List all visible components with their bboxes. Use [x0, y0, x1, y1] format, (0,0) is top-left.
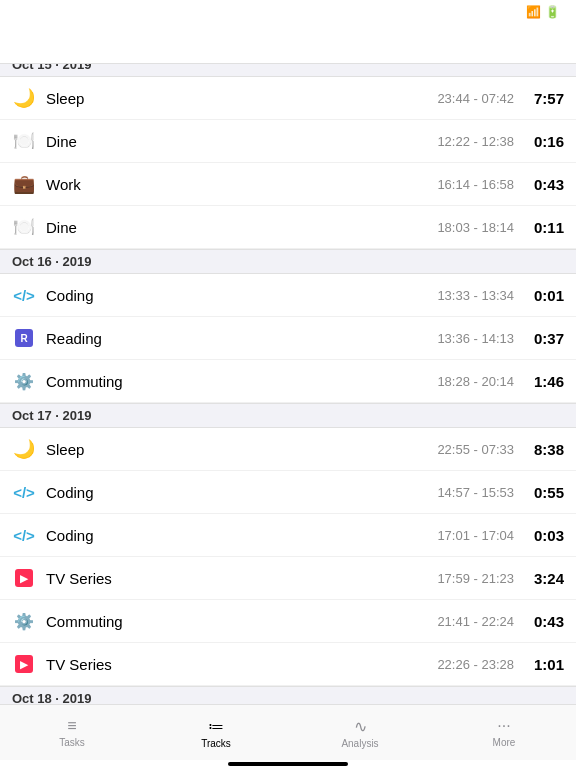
track-time-range: 12:22 - 12:38 — [437, 134, 514, 149]
tab-tasks[interactable]: ≡Tasks — [0, 717, 144, 748]
track-time-range: 18:03 - 18:14 — [437, 220, 514, 235]
track-name: Reading — [46, 330, 437, 347]
track-row[interactable]: </>Coding14:57 - 15:530:55 — [0, 471, 576, 514]
track-time-range: 22:26 - 23:28 — [437, 657, 514, 672]
track-row[interactable]: 💼Work16:14 - 16:580:43 — [0, 163, 576, 206]
track-name: Coding — [46, 287, 437, 304]
tab-more-icon: ··· — [497, 717, 510, 735]
track-duration: 3:24 — [524, 570, 564, 587]
track-time-range: 17:01 - 17:04 — [437, 528, 514, 543]
coding-icon: </> — [12, 480, 36, 504]
section-header-4: Oct 18 · 2019 — [0, 686, 576, 704]
track-name: Dine — [46, 219, 437, 236]
status-bar: 📶 🔋 — [0, 0, 576, 24]
track-time-range: 23:44 - 07:42 — [437, 91, 514, 106]
track-row[interactable]: ⚙️Commuting21:41 - 22:240:43 — [0, 600, 576, 643]
track-duration: 0:01 — [524, 287, 564, 304]
track-name: TV Series — [46, 656, 437, 673]
tab-bar: ≡Tasks≔Tracks∿Analysis···More — [0, 704, 576, 760]
track-time-range: 13:36 - 14:13 — [437, 331, 514, 346]
commuting-icon: ⚙️ — [12, 609, 36, 633]
reading-icon: R — [12, 326, 36, 350]
battery-icon: 🔋 — [545, 5, 560, 19]
track-duration: 1:01 — [524, 656, 564, 673]
track-name: Coding — [46, 527, 437, 544]
track-name: Sleep — [46, 441, 437, 458]
section-header-2: Oct 16 · 2019 — [0, 249, 576, 274]
track-time-range: 22:55 - 07:33 — [437, 442, 514, 457]
coding-icon: </> — [12, 283, 36, 307]
track-name: Work — [46, 176, 437, 193]
tab-tasks-label: Tasks — [59, 737, 85, 748]
sleep-icon: 🌙 — [12, 437, 36, 461]
track-name: Commuting — [46, 373, 437, 390]
work-icon: 💼 — [12, 172, 36, 196]
tv-icon: ▶ — [12, 566, 36, 590]
track-time-range: 21:41 - 22:24 — [437, 614, 514, 629]
track-duration: 0:16 — [524, 133, 564, 150]
track-duration: 0:55 — [524, 484, 564, 501]
tab-analysis-icon: ∿ — [354, 717, 367, 736]
track-duration: 8:38 — [524, 441, 564, 458]
track-row[interactable]: 🌙Sleep23:44 - 07:427:57 — [0, 77, 576, 120]
section-header-3: Oct 17 · 2019 — [0, 403, 576, 428]
track-name: Sleep — [46, 90, 437, 107]
track-time-range: 17:59 - 21:23 — [437, 571, 514, 586]
track-row[interactable]: ⚙️Commuting18:28 - 20:141:46 — [0, 360, 576, 403]
tab-tasks-icon: ≡ — [67, 717, 76, 735]
commuting-icon: ⚙️ — [12, 369, 36, 393]
track-name: TV Series — [46, 570, 437, 587]
dine-icon: 🍽️ — [12, 129, 36, 153]
track-name: Commuting — [46, 613, 437, 630]
track-row[interactable]: 🍽️Dine18:03 - 18:140:11 — [0, 206, 576, 249]
tab-tracks-label: Tracks — [201, 738, 231, 749]
tab-tracks-icon: ≔ — [208, 717, 224, 736]
track-name: Dine — [46, 133, 437, 150]
tv-icon: ▶ — [12, 652, 36, 676]
wifi-icon: 📶 — [526, 5, 541, 19]
tab-more[interactable]: ···More — [432, 717, 576, 748]
track-duration: 1:46 — [524, 373, 564, 390]
track-duration: 0:43 — [524, 176, 564, 193]
track-time-range: 13:33 - 13:34 — [437, 288, 514, 303]
track-name: Coding — [46, 484, 437, 501]
track-row[interactable]: 🌙Sleep22:55 - 07:338:38 — [0, 428, 576, 471]
track-row[interactable]: ▶TV Series17:59 - 21:233:24 — [0, 557, 576, 600]
tab-more-label: More — [493, 737, 516, 748]
header — [0, 24, 576, 64]
scroll-area[interactable]: Oct 14 · 2019🍽️Dine17:42 - 18:000:18Oct … — [0, 64, 576, 704]
dine-icon: 🍽️ — [12, 215, 36, 239]
tab-analysis[interactable]: ∿Analysis — [288, 717, 432, 749]
track-row[interactable]: ▶TV Series22:26 - 23:281:01 — [0, 643, 576, 686]
tab-analysis-label: Analysis — [341, 738, 378, 749]
track-duration: 0:37 — [524, 330, 564, 347]
track-row[interactable]: RReading13:36 - 14:130:37 — [0, 317, 576, 360]
track-time-range: 16:14 - 16:58 — [437, 177, 514, 192]
track-duration: 7:57 — [524, 90, 564, 107]
track-time-range: 14:57 - 15:53 — [437, 485, 514, 500]
coding-icon: </> — [12, 523, 36, 547]
track-row[interactable]: 🍽️Dine12:22 - 12:380:16 — [0, 120, 576, 163]
track-row[interactable]: </>Coding13:33 - 13:340:01 — [0, 274, 576, 317]
section-header-1: Oct 15 · 2019 — [0, 64, 576, 77]
track-duration: 0:11 — [524, 219, 564, 236]
track-duration: 0:43 — [524, 613, 564, 630]
track-duration: 0:03 — [524, 527, 564, 544]
sleep-icon: 🌙 — [12, 86, 36, 110]
tab-tracks[interactable]: ≔Tracks — [144, 717, 288, 749]
track-time-range: 18:28 - 20:14 — [437, 374, 514, 389]
track-row[interactable]: </>Coding17:01 - 17:040:03 — [0, 514, 576, 557]
home-indicator — [0, 760, 576, 768]
